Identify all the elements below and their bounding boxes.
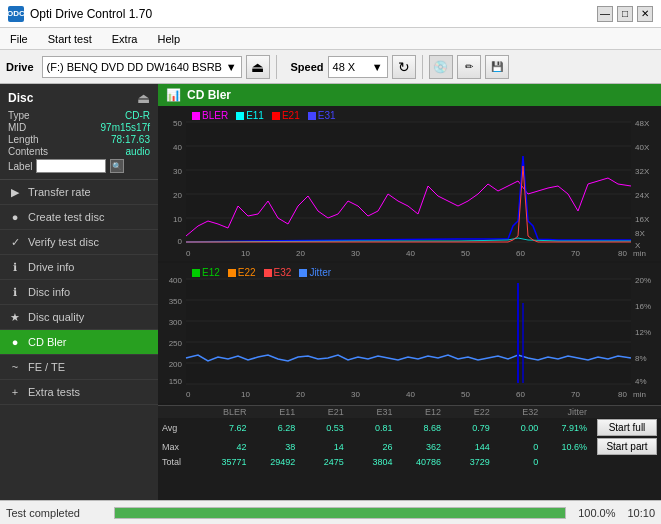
svg-text:70: 70 — [571, 249, 580, 258]
e11-legend-dot — [236, 112, 244, 120]
speed-select[interactable]: 48 X ▼ — [328, 56, 388, 78]
svg-text:300: 300 — [169, 318, 183, 327]
avg-e32: 0.00 — [490, 423, 539, 433]
svg-text:350: 350 — [169, 297, 183, 306]
svg-text:16X: 16X — [635, 215, 650, 224]
disc-icon-button[interactable]: 💿 — [429, 55, 453, 79]
drive-info-icon: ℹ — [8, 260, 22, 274]
e22-legend-label: E22 — [238, 267, 256, 278]
svg-text:40: 40 — [406, 249, 415, 258]
menu-start-test[interactable]: Start test — [42, 31, 98, 47]
start-full-button[interactable]: Start full — [597, 419, 657, 436]
svg-text:8%: 8% — [635, 354, 647, 363]
sidebar-item-disc-info[interactable]: ℹ Disc info — [0, 280, 158, 305]
e21-legend-label: E21 — [282, 110, 300, 121]
sidebar-item-create-test-disc[interactable]: ● Create test disc — [0, 205, 158, 230]
disc-title: Disc — [8, 91, 33, 105]
svg-text:80: 80 — [618, 249, 627, 258]
disc-eject-icon[interactable]: ⏏ — [137, 90, 150, 106]
jitter-legend-dot — [299, 269, 307, 277]
svg-text:50: 50 — [461, 249, 470, 258]
menu-extra[interactable]: Extra — [106, 31, 144, 47]
status-text: Test completed — [6, 507, 106, 519]
bottom-chart-svg: 400 350 300 250 200 150 20% 16% 12% 8% 4… — [158, 263, 661, 403]
total-e11: 29492 — [247, 457, 296, 467]
col-header-bler: BLER — [198, 407, 247, 417]
svg-text:10: 10 — [241, 249, 250, 258]
svg-text:8X: 8X — [635, 229, 645, 238]
save-button[interactable]: 💾 — [485, 55, 509, 79]
jitter-legend-label: Jitter — [309, 267, 331, 278]
total-e32: 0 — [490, 457, 539, 467]
drive-select[interactable]: (F:) BENQ DVD DD DW1640 BSRB ▼ — [42, 56, 242, 78]
disc-panel: Disc ⏏ Type CD-R MID 97m15s17f Length 78… — [0, 84, 158, 180]
max-e22: 144 — [441, 442, 490, 452]
total-e21: 2475 — [295, 457, 344, 467]
svg-text:20: 20 — [296, 390, 305, 399]
label-icon-button[interactable]: 🔍 — [110, 159, 124, 173]
app-title: Opti Drive Control 1.70 — [30, 7, 152, 21]
total-e12: 40786 — [393, 457, 442, 467]
avg-e22: 0.79 — [441, 423, 490, 433]
col-header-empty — [162, 407, 198, 417]
total-e22: 3729 — [441, 457, 490, 467]
svg-text:40: 40 — [406, 390, 415, 399]
bler-legend-label: BLER — [202, 110, 228, 121]
write-button[interactable]: ✏ — [457, 55, 481, 79]
app-icon: ODC — [8, 6, 24, 22]
menu-bar: File Start test Extra Help — [0, 28, 661, 50]
sidebar-item-cd-bler[interactable]: ● CD Bler — [0, 330, 158, 355]
sidebar-item-transfer-rate[interactable]: ▶ Transfer rate — [0, 180, 158, 205]
svg-text:20: 20 — [173, 191, 182, 200]
status-bar: Test completed 100.0% 10:10 — [0, 500, 661, 524]
maximize-button[interactable]: □ — [617, 6, 633, 22]
menu-file[interactable]: File — [4, 31, 34, 47]
svg-text:0: 0 — [186, 249, 191, 258]
sidebar-item-drive-info[interactable]: ℹ Drive info — [0, 255, 158, 280]
col-header-e12: E12 — [393, 407, 442, 417]
svg-rect-0 — [186, 122, 631, 242]
top-chart: BLER E11 E21 E31 — [158, 106, 661, 261]
avg-e11: 6.28 — [247, 423, 296, 433]
col-header-e21: E21 — [295, 407, 344, 417]
svg-text:70: 70 — [571, 390, 580, 399]
max-e21: 14 — [295, 442, 344, 452]
svg-text:50: 50 — [173, 119, 182, 128]
cd-bler-icon: ● — [8, 335, 22, 349]
speed-refresh-button[interactable]: ↻ — [392, 55, 416, 79]
avg-jitter: 7.91% — [538, 423, 587, 433]
length-label: Length — [8, 134, 39, 145]
verify-test-disc-icon: ✓ — [8, 235, 22, 249]
sidebar-item-extra-tests[interactable]: + Extra tests — [0, 380, 158, 405]
max-bler: 42 — [198, 442, 247, 452]
e32-legend-label: E32 — [274, 267, 292, 278]
svg-text:30: 30 — [173, 167, 182, 176]
separator — [276, 55, 277, 79]
sidebar-item-verify-test-disc[interactable]: ✓ Verify test disc — [0, 230, 158, 255]
nav-label-fe-te: FE / TE — [28, 361, 65, 373]
svg-text:60: 60 — [516, 249, 525, 258]
label-input[interactable] — [36, 159, 106, 173]
e12-legend-label: E12 — [202, 267, 220, 278]
label-key: Label — [8, 161, 32, 172]
nav-label-cd-bler: CD Bler — [28, 336, 67, 348]
menu-help[interactable]: Help — [151, 31, 186, 47]
col-header-e11: E11 — [247, 407, 296, 417]
nav-label-disc-info: Disc info — [28, 286, 70, 298]
speed-label: Speed — [291, 61, 324, 73]
nav-label-drive-info: Drive info — [28, 261, 74, 273]
start-part-button[interactable]: Start part — [597, 438, 657, 455]
max-e31: 26 — [344, 442, 393, 452]
svg-text:12%: 12% — [635, 328, 651, 337]
max-e11: 38 — [247, 442, 296, 452]
svg-text:0: 0 — [186, 390, 191, 399]
sidebar-item-fe-te[interactable]: ~ FE / TE — [0, 355, 158, 380]
svg-text:250: 250 — [169, 339, 183, 348]
sidebar-item-disc-quality[interactable]: ★ Disc quality — [0, 305, 158, 330]
close-button[interactable]: ✕ — [637, 6, 653, 22]
eject-button[interactable]: ⏏ — [246, 55, 270, 79]
col-header-e32: E32 — [490, 407, 539, 417]
minimize-button[interactable]: — — [597, 6, 613, 22]
svg-text:200: 200 — [169, 360, 183, 369]
type-label: Type — [8, 110, 30, 121]
